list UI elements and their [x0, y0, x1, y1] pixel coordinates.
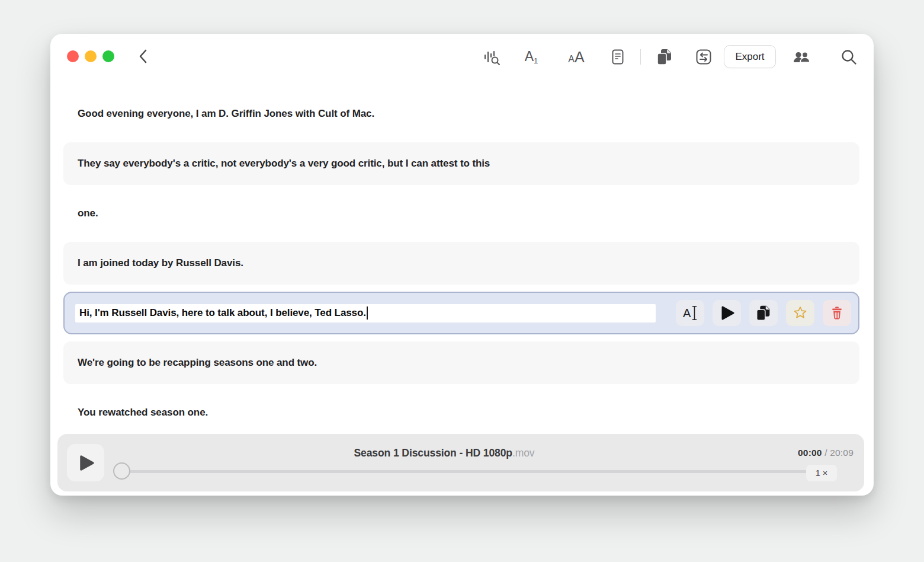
current-time: 00:00 — [798, 448, 822, 458]
transcript-text: I am joined today by Russell Davis. — [78, 257, 243, 269]
transcript-row-selected[interactable]: Hi, I'm Russell Davis, here to talk abou… — [63, 292, 859, 334]
transcript-row[interactable]: one. — [63, 192, 859, 235]
seek-track[interactable] — [123, 470, 833, 473]
text-caret — [367, 306, 368, 320]
play-icon — [77, 454, 95, 472]
time-separator: / — [822, 448, 830, 458]
copy-segment-button[interactable] — [749, 300, 778, 326]
desktop-background: A1 AA — [0, 0, 924, 562]
notes-button[interactable] — [607, 46, 628, 68]
media-player-bar: Season 1 Discussion - HD 1080p.mov 00:00… — [57, 434, 864, 491]
play-button[interactable] — [67, 444, 104, 481]
close-window-button[interactable] — [67, 50, 79, 62]
transcript-list: Good evening everyone, I am D. Griffin J… — [63, 92, 859, 441]
search-button[interactable] — [838, 46, 859, 68]
segment-text-input[interactable]: Hi, I'm Russell Davis, here to talk abou… — [75, 304, 656, 322]
export-button[interactable]: Export — [724, 45, 776, 68]
transcript-text: You rewatched season one. — [78, 407, 208, 419]
edit-text-button[interactable]: A — [676, 300, 704, 326]
waveform-search-icon — [482, 47, 501, 66]
transcript-row[interactable]: Good evening everyone, I am D. Griffin J… — [63, 92, 859, 135]
minimize-window-button[interactable] — [85, 50, 97, 62]
transcript-text: We're going to be recapping seasons one … — [78, 357, 317, 369]
seek-thumb[interactable] — [113, 462, 130, 480]
transcript-row[interactable]: They say everybody's a critic, not every… — [63, 142, 859, 185]
back-button[interactable] — [134, 47, 152, 66]
transcript-row[interactable]: We're going to be recapping seasons one … — [63, 341, 859, 384]
favorite-segment-button[interactable] — [786, 300, 814, 326]
transcript-text: They say everybody's a critic, not every… — [78, 158, 490, 170]
audio-search-button[interactable] — [481, 46, 502, 68]
paste-button[interactable] — [654, 46, 675, 68]
a1-icon: A1 — [525, 49, 538, 65]
segment-actions: A — [676, 300, 851, 326]
time-display: 00:00 / 20:09 — [798, 448, 854, 458]
star-icon — [791, 304, 809, 322]
font-style-button[interactable]: A1 — [521, 46, 542, 68]
duration: 20:09 — [830, 448, 854, 458]
search-icon — [839, 47, 859, 67]
transcript-text: one. — [78, 207, 98, 219]
play-segment-button[interactable] — [713, 300, 741, 326]
trash-icon — [828, 304, 846, 322]
edit-text-icon: A — [683, 305, 697, 321]
transcript-row[interactable]: I am joined today by Russell Davis. — [63, 242, 859, 285]
collaborators-button[interactable] — [791, 46, 812, 68]
transcript-text: Good evening everyone, I am D. Griffin J… — [78, 108, 374, 120]
play-icon — [719, 305, 734, 321]
zoom-window-button[interactable] — [102, 50, 114, 62]
copy-pages-icon — [654, 47, 675, 67]
transcript-row[interactable]: You rewatched season one. — [63, 391, 859, 434]
swap-arrows-icon — [694, 47, 714, 67]
people-icon — [791, 46, 812, 68]
aa-icon: AA — [568, 49, 584, 66]
document-icon — [608, 47, 627, 66]
chevron-left-icon — [137, 48, 148, 65]
text-size-button[interactable]: AA — [566, 46, 587, 68]
copy-pages-icon — [754, 304, 773, 322]
delete-segment-button[interactable] — [823, 300, 851, 326]
replace-button[interactable] — [693, 46, 714, 68]
traffic-lights — [67, 50, 114, 62]
playback-speed-button[interactable]: 1 × — [806, 465, 837, 481]
toolbar-divider — [640, 49, 641, 65]
media-title: Season 1 Discussion - HD 1080p.mov — [41, 447, 848, 459]
app-window: A1 AA — [50, 34, 874, 496]
segment-text: Hi, I'm Russell Davis, here to talk abou… — [79, 307, 366, 319]
